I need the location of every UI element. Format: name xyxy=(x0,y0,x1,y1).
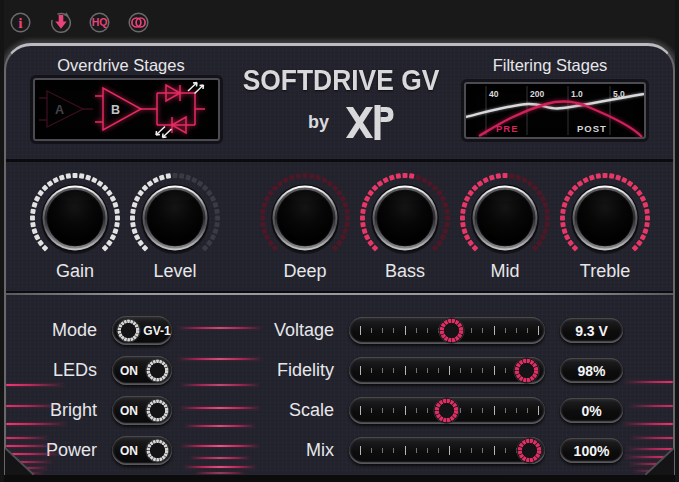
svg-text:200: 200 xyxy=(530,89,544,99)
svg-text:1.0: 1.0 xyxy=(571,89,583,99)
svg-text:PRE: PRE xyxy=(496,123,519,134)
svg-text:40: 40 xyxy=(489,89,499,99)
svg-text:HQ: HQ xyxy=(92,16,108,28)
svg-text:A: A xyxy=(55,103,64,117)
svg-text:POST: POST xyxy=(577,123,607,134)
svg-text:i: i xyxy=(18,14,23,31)
svg-text:B: B xyxy=(111,103,120,117)
